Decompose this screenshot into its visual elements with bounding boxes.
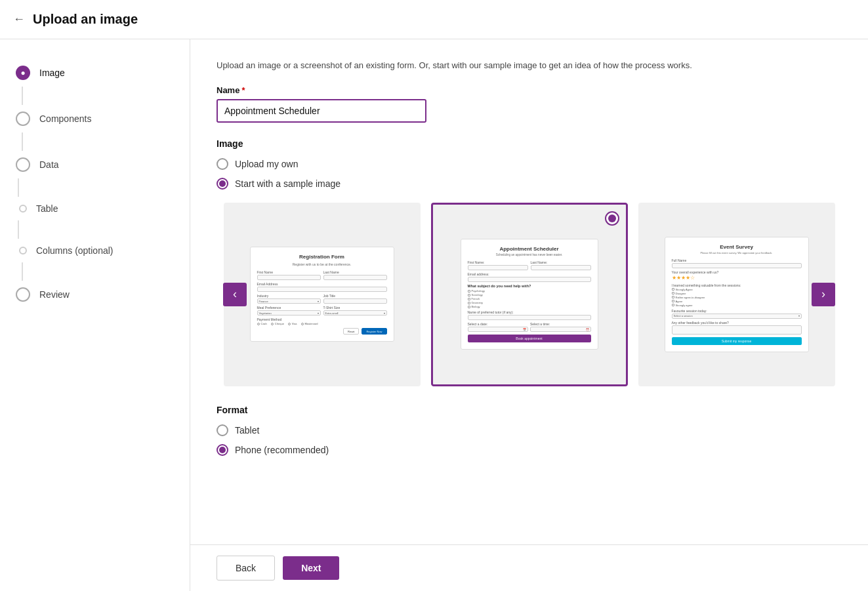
mini-reg-title: Registration Form xyxy=(257,254,387,260)
step-table-indicator xyxy=(19,205,27,213)
name-field-group: Name* xyxy=(217,85,842,138)
step-image-indicator: ● xyxy=(16,66,30,80)
mini-stars: ★★★★☆ xyxy=(672,275,802,281)
radio-upload-own-label: Upload my own xyxy=(235,159,299,169)
mini-survey-title: Event Survey xyxy=(672,244,802,250)
cards-wrapper: Registration Form Register with us to be… xyxy=(217,203,842,386)
image-card-survey[interactable]: Event Survey Please fill out this event … xyxy=(638,203,835,386)
mini-survey-submit-btn: Submit my response xyxy=(672,337,802,345)
image-cards-container: ‹ Registration Form Register with us to … xyxy=(217,203,842,386)
radio-tablet-label: Tablet xyxy=(235,425,259,436)
mini-reg-subtitle: Register with us to be at the conference… xyxy=(257,262,387,266)
sidebar-item-table[interactable]: Table xyxy=(0,197,190,220)
main-layout: ● Image Components Data Table Columns (o… xyxy=(0,39,868,591)
format-section-label: Format xyxy=(217,405,842,415)
mini-appointment-form: Appointment Scheduler Scheduling an appo… xyxy=(461,239,598,350)
step-review-indicator xyxy=(16,287,30,302)
radio-upload-own[interactable]: Upload my own xyxy=(217,158,842,170)
mini-survey-sub: Please fill out this event survey. We ap… xyxy=(672,251,802,255)
mini-registration-form: Registration Form Register with us to be… xyxy=(250,247,394,342)
sidebar: ● Image Components Data Table Columns (o… xyxy=(0,39,190,591)
radio-sample-image-circle xyxy=(217,178,228,190)
sidebar-item-review[interactable]: Review xyxy=(0,281,190,308)
step-components-indicator xyxy=(16,112,30,126)
main-scroll: Upload an image or a screenshot of an ex… xyxy=(190,39,868,544)
name-label: Name* xyxy=(217,85,842,95)
radio-sample-image[interactable]: Start with a sample image xyxy=(217,178,842,190)
mini-appt-sub: Scheduling an appointment has never been… xyxy=(468,253,591,256)
sidebar-label-data: Data xyxy=(39,159,59,170)
radio-tablet[interactable]: Tablet xyxy=(217,424,842,436)
connector-table-columns xyxy=(18,220,19,239)
connector-components-data xyxy=(22,132,23,151)
main-wrapper: Upload an image or a screenshot of an ex… xyxy=(190,39,868,591)
image-card-registration[interactable]: Registration Form Register with us to be… xyxy=(224,203,421,386)
connector-columns-review xyxy=(22,262,23,281)
name-input[interactable] xyxy=(217,99,426,123)
sidebar-label-table: Table xyxy=(36,203,58,214)
radio-tablet-circle xyxy=(217,424,228,436)
footer: Back Next xyxy=(190,544,868,591)
mini-survey-form: Event Survey Please fill out this event … xyxy=(665,237,809,352)
sidebar-label-image: Image xyxy=(39,68,65,78)
sidebar-item-data[interactable]: Data xyxy=(0,151,190,178)
radio-phone[interactable]: Phone (recommended) xyxy=(217,444,842,456)
format-section: Format Tablet Phone (recommended) xyxy=(217,405,842,456)
sidebar-item-components[interactable]: Components xyxy=(0,105,190,132)
connector-data-table xyxy=(18,178,19,197)
sidebar-label-review: Review xyxy=(39,289,70,300)
instruction-text: Upload an image or a screenshot of an ex… xyxy=(217,59,842,72)
card-selected-inner xyxy=(608,214,616,222)
required-star: * xyxy=(241,85,245,95)
page-title: Upload an image xyxy=(33,12,138,27)
back-icon[interactable]: ← xyxy=(13,12,25,26)
radio-upload-own-circle xyxy=(217,158,228,170)
sidebar-label-columns: Columns (optional) xyxy=(36,245,114,256)
radio-phone-inner xyxy=(219,447,226,453)
sidebar-item-columns[interactable]: Columns (optional) xyxy=(0,239,190,262)
radio-phone-label: Phone (recommended) xyxy=(235,445,329,455)
sidebar-label-components: Components xyxy=(39,113,91,124)
nav-right-button[interactable]: › xyxy=(812,283,835,306)
back-button[interactable]: Back xyxy=(217,556,275,581)
header: ← Upload an image xyxy=(0,0,868,39)
card-selected-radio xyxy=(605,211,619,226)
mini-appt-book-btn: Book appointment xyxy=(468,335,591,342)
radio-sample-image-label: Start with a sample image xyxy=(235,178,341,189)
radio-sample-inner xyxy=(219,180,226,187)
next-button[interactable]: Next xyxy=(283,556,339,580)
sidebar-item-image[interactable]: ● Image xyxy=(0,59,190,87)
image-section-label: Image xyxy=(217,138,842,149)
radio-phone-circle xyxy=(217,444,228,456)
step-data-indicator xyxy=(16,157,30,172)
image-card-appointment[interactable]: Appointment Scheduler Scheduling an appo… xyxy=(431,203,628,386)
connector-image-components xyxy=(22,87,23,105)
nav-left-button[interactable]: ‹ xyxy=(223,283,247,306)
mini-appt-title: Appointment Scheduler xyxy=(468,246,591,252)
step-columns-indicator xyxy=(19,247,27,255)
